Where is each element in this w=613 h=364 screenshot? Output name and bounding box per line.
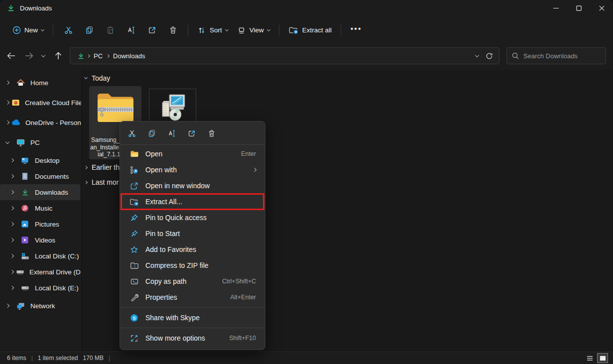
chevron-right-icon[interactable] xyxy=(10,254,17,257)
sidebar-item-local-disk-e[interactable]: Local Disk (E:) xyxy=(0,280,81,296)
chevron-right-icon[interactable] xyxy=(10,286,17,289)
menu-item-label: Share with Skype xyxy=(145,314,200,322)
share-button[interactable] xyxy=(141,21,162,39)
menu-item-open-new-window[interactable]: Open in new window xyxy=(122,178,263,194)
menu-item-show-more-options[interactable]: Show more options Shift+F10 xyxy=(122,330,263,346)
sidebar-item-downloads[interactable]: Downloads xyxy=(0,184,80,200)
view-button[interactable]: View xyxy=(233,21,274,39)
pin-outline-icon xyxy=(129,230,139,238)
share-icon xyxy=(187,129,196,138)
copy-icon xyxy=(147,129,156,138)
sidebar-item-desktop[interactable]: Desktop xyxy=(0,152,81,168)
svg-text:S: S xyxy=(133,315,136,320)
chevron-right-icon xyxy=(84,180,88,184)
navigation-pane: Home Creative Cloud Files OneDrive - Per… xyxy=(0,70,81,352)
details-view-toggle[interactable] xyxy=(584,353,595,363)
close-button[interactable] xyxy=(590,0,613,16)
copy-button[interactable] xyxy=(146,126,158,140)
menu-item-open[interactable]: Open Enter xyxy=(122,146,263,162)
large-icons-view-toggle[interactable] xyxy=(597,353,608,363)
sidebar-item-external-drive-d[interactable]: External Drive (D:) xyxy=(0,264,81,280)
sidebar-item-documents[interactable]: Documents xyxy=(0,168,81,184)
sidebar-item-pc[interactable]: PC xyxy=(0,132,81,152)
minimize-button[interactable] xyxy=(544,0,567,16)
chevron-right-icon[interactable] xyxy=(10,159,17,162)
menu-item-pin-quick-access[interactable]: Pin to Quick access xyxy=(122,210,263,226)
sidebar-item-music[interactable]: Music xyxy=(0,200,81,216)
star-icon xyxy=(129,245,139,254)
sidebar-item-home[interactable]: Home xyxy=(0,73,81,93)
extract-all-button[interactable]: Extract all xyxy=(284,21,336,39)
menu-item-extract-all[interactable]: Extract All... xyxy=(122,194,263,210)
paste-button[interactable] xyxy=(100,21,121,39)
toolbar-divider xyxy=(53,25,53,36)
address-dropdown-chevron-icon[interactable] xyxy=(475,53,479,57)
menu-item-label: Pin to Quick access xyxy=(145,214,207,222)
menu-item-add-favorites[interactable]: Add to Favorites xyxy=(122,242,263,257)
menu-item-properties[interactable]: Properties Alt+Enter xyxy=(122,289,263,305)
sort-button[interactable]: Sort xyxy=(193,21,233,39)
menu-item-open-with[interactable]: Open with xyxy=(122,162,263,178)
toolbar-divider xyxy=(188,25,188,36)
chevron-right-icon[interactable] xyxy=(6,304,13,307)
toolbar-divider xyxy=(279,25,279,36)
search-box[interactable] xyxy=(506,47,606,64)
new-button[interactable]: New xyxy=(8,21,48,39)
menu-shortcut: Ctrl+Shift+C xyxy=(222,278,256,285)
sidebar-item-local-disk-c[interactable]: Local Disk (C:) xyxy=(0,248,81,264)
sidebar-item-onedrive[interactable]: OneDrive - Personal xyxy=(0,113,81,132)
recent-locations-button[interactable] xyxy=(37,47,50,64)
chevron-right-icon[interactable] xyxy=(10,270,13,273)
menu-item-pin-start[interactable]: Pin to Start xyxy=(122,226,263,242)
cut-button[interactable] xyxy=(126,126,138,140)
breadcrumb-downloads[interactable]: Downloads xyxy=(110,50,148,62)
chevron-right-icon[interactable] xyxy=(6,121,9,124)
chevron-right-icon[interactable] xyxy=(10,191,17,194)
large-icons-view-icon xyxy=(599,355,607,362)
menu-item-share-skype[interactable]: S Share with Skype xyxy=(122,310,263,326)
pc-monitor-icon xyxy=(15,139,25,146)
see-more-button[interactable]: ••• xyxy=(346,21,367,39)
cut-button[interactable] xyxy=(58,21,79,39)
chevron-right-icon xyxy=(87,55,90,57)
sidebar-item-videos[interactable]: Videos xyxy=(0,232,81,248)
chevron-right-icon[interactable] xyxy=(10,207,17,210)
selection-count: 1 item selected xyxy=(38,355,78,362)
sidebar-item-label: Local Disk (E:) xyxy=(35,284,79,292)
group-header-today[interactable]: Today xyxy=(85,74,110,82)
group-header-last-month[interactable]: Last mor xyxy=(85,178,119,186)
address-bar[interactable]: PC Downloads xyxy=(70,47,499,64)
chevron-right-icon[interactable] xyxy=(10,223,17,226)
sidebar-item-network[interactable]: Network xyxy=(0,296,81,316)
share-button[interactable] xyxy=(186,126,198,140)
chevron-right-icon[interactable] xyxy=(10,239,17,242)
maximize-button[interactable] xyxy=(567,0,590,16)
menu-item-copy-path[interactable]: Copy as path Ctrl+Shift+C xyxy=(122,273,263,289)
chevron-right-icon[interactable] xyxy=(6,101,9,104)
open-folder-icon xyxy=(129,150,139,158)
copy-button[interactable] xyxy=(79,21,100,39)
file-tile-installer[interactable] xyxy=(149,89,196,122)
sidebar-item-pictures[interactable]: Pictures xyxy=(0,216,81,232)
up-button[interactable] xyxy=(50,47,67,64)
back-button[interactable] xyxy=(2,47,19,64)
refresh-button[interactable] xyxy=(486,52,493,60)
sidebar-item-creative-cloud-files[interactable]: Creative Cloud Files xyxy=(0,93,81,113)
sidebar-item-label: Downloads xyxy=(35,189,68,196)
breadcrumb-pc[interactable]: PC xyxy=(90,50,106,62)
chevron-right-icon[interactable] xyxy=(10,175,17,178)
rename-icon xyxy=(126,25,136,35)
status-divider: | xyxy=(109,355,110,362)
search-input[interactable] xyxy=(523,52,593,60)
details-view-icon xyxy=(586,355,594,362)
chevron-down-icon[interactable] xyxy=(6,142,13,143)
chevron-right-icon[interactable] xyxy=(6,81,13,84)
delete-button[interactable] xyxy=(206,126,218,140)
rename-button[interactable] xyxy=(166,126,178,140)
group-header-earlier[interactable]: Earlier th xyxy=(85,163,120,171)
menu-item-compress-zip[interactable]: Compress to ZIP file xyxy=(122,257,263,273)
rename-button[interactable] xyxy=(121,21,141,39)
delete-button[interactable] xyxy=(162,21,183,39)
forward-button[interactable] xyxy=(20,47,37,64)
drive-icon xyxy=(16,269,24,275)
